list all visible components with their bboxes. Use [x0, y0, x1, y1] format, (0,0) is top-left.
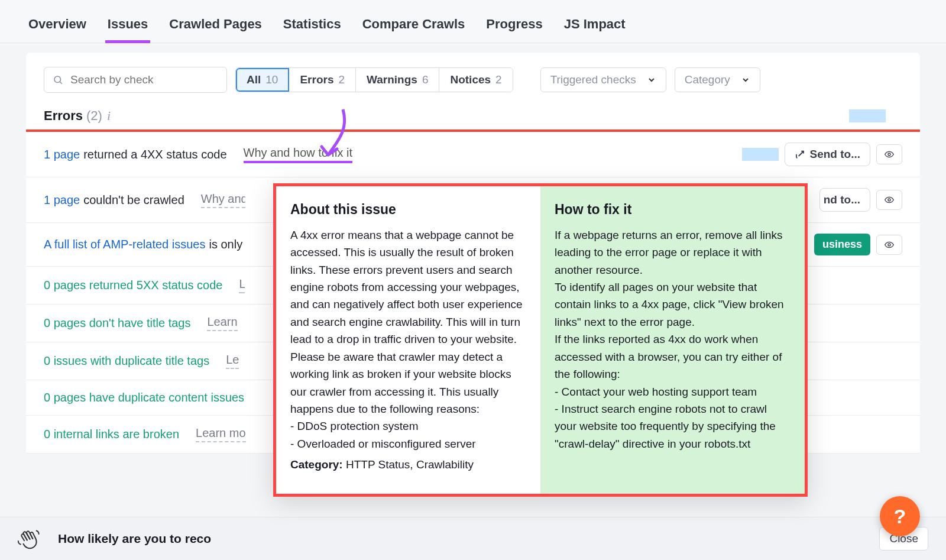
errors-title: Errors [44, 108, 83, 124]
svg-point-2 [888, 153, 890, 156]
about-column: About this issue A 4xx error means that … [276, 186, 540, 494]
search-icon [53, 75, 63, 85]
fix-body: If a webpage returns an error, remove al… [555, 226, 791, 453]
eye-icon [883, 240, 896, 250]
svg-point-0 [54, 76, 61, 83]
filter-notices[interactable]: Notices 2 [439, 68, 512, 92]
toggle-visibility-button[interactable] [876, 235, 902, 255]
highlight-placeholder [742, 148, 779, 161]
category-value: HTTP Status, Crawlability [343, 458, 474, 471]
filter-warnings-count: 6 [422, 73, 429, 86]
send-to-button[interactable]: Send to... [785, 143, 871, 166]
tab-compare-crawls[interactable]: Compare Crawls [360, 11, 468, 43]
chevron-down-icon [741, 75, 750, 85]
issue-link[interactable]: 0 pages have duplicate content issues [44, 391, 244, 404]
category-line: Category: HTTP Status, Crawlability [290, 456, 526, 473]
fix-title: How to fix it [555, 199, 791, 221]
tab-statistics[interactable]: Statistics [281, 11, 344, 43]
issue-text: couldn't be crawled [83, 193, 184, 207]
issue-row[interactable]: 1 page returned a 4XX status code Why an… [26, 132, 920, 177]
about-title: About this issue [290, 199, 526, 221]
feedback-text: How likely are you to reco [58, 532, 211, 546]
send-to-button[interactable]: nd to... [819, 188, 870, 212]
send-to-label: nd to... [824, 193, 860, 206]
filter-warnings-label: Warnings [367, 73, 417, 86]
chevron-down-icon [647, 75, 656, 85]
business-badge: usiness [814, 234, 870, 255]
issue-link[interactable]: 1 page [44, 148, 80, 161]
filter-all-label: All [247, 73, 261, 86]
issue-link[interactable]: 0 pages returned 5XX status code [44, 279, 222, 292]
triggered-checks-label: Triggered checks [550, 73, 636, 86]
highlight-placeholder [849, 109, 886, 122]
category-dropdown[interactable]: Category [675, 67, 760, 92]
svg-point-4 [888, 244, 890, 246]
filter-all[interactable]: All 10 [236, 68, 289, 92]
issue-link[interactable]: 0 internal links are broken [44, 428, 179, 441]
filter-errors[interactable]: Errors 2 [289, 68, 356, 92]
errors-count: (2) [86, 108, 102, 124]
filter-warnings[interactable]: Warnings 6 [356, 68, 439, 92]
category-label: Category: [290, 458, 343, 471]
send-to-label: Send to... [810, 148, 861, 161]
feedback-bar: How likely are you to reco Close [0, 517, 946, 560]
svg-point-3 [888, 199, 890, 201]
svg-line-1 [60, 82, 61, 83]
search-input[interactable] [69, 73, 218, 87]
tab-progress[interactable]: Progress [484, 11, 545, 43]
eye-icon [883, 150, 896, 159]
filter-errors-label: Errors [300, 73, 333, 86]
filter-notices-count: 2 [495, 73, 502, 86]
why-link[interactable]: L [239, 277, 245, 293]
filter-errors-count: 2 [338, 73, 345, 86]
issue-popover: About this issue A 4xx error means that … [273, 183, 808, 497]
why-link[interactable]: Why and how to fix it [201, 192, 245, 208]
errors-section-header: Errors (2) i [26, 107, 920, 130]
toolbar: All 10 Errors 2 Warnings 6 Notices 2 Tri… [26, 64, 920, 107]
issue-text: returned a 4XX status code [83, 148, 226, 161]
eye-icon [883, 195, 896, 205]
fix-column: How to fix it If a webpage returns an er… [540, 186, 805, 494]
why-link[interactable]: Learn [207, 315, 237, 331]
issue-link[interactable]: 0 issues with duplicate title tags [44, 354, 209, 368]
issue-text: is only [209, 238, 242, 251]
tab-crawled-pages[interactable]: Crawled Pages [167, 11, 264, 43]
why-link[interactable]: Le [226, 353, 239, 369]
share-icon [795, 149, 805, 160]
toggle-visibility-button[interactable] [876, 144, 902, 164]
filter-all-count: 10 [265, 73, 278, 86]
why-link[interactable]: Learn mo [196, 426, 246, 442]
tab-issues[interactable]: Issues [105, 11, 151, 43]
tab-overview[interactable]: Overview [26, 11, 89, 43]
category-label: Category [685, 73, 730, 86]
tab-js-impact[interactable]: JS Impact [562, 11, 628, 43]
issue-link[interactable]: 0 pages don't have title tags [44, 316, 190, 330]
wave-icon [18, 527, 40, 550]
search-input-wrapper[interactable] [44, 67, 227, 93]
tabs: Overview Issues Crawled Pages Statistics… [0, 0, 946, 43]
filter-group: All 10 Errors 2 Warnings 6 Notices 2 [235, 67, 513, 92]
issue-link[interactable]: 1 page [44, 193, 80, 207]
why-link[interactable]: Why and how to fix it [244, 146, 353, 163]
issue-link[interactable]: A full list of AMP-related issues [44, 238, 205, 251]
help-fab[interactable]: ? [880, 496, 920, 536]
filter-notices-label: Notices [450, 73, 491, 86]
triggered-checks-dropdown[interactable]: Triggered checks [540, 67, 666, 92]
toggle-visibility-button[interactable] [876, 190, 902, 210]
about-body: A 4xx error means that a webpage cannot … [290, 226, 526, 453]
info-icon[interactable]: i [107, 108, 111, 124]
